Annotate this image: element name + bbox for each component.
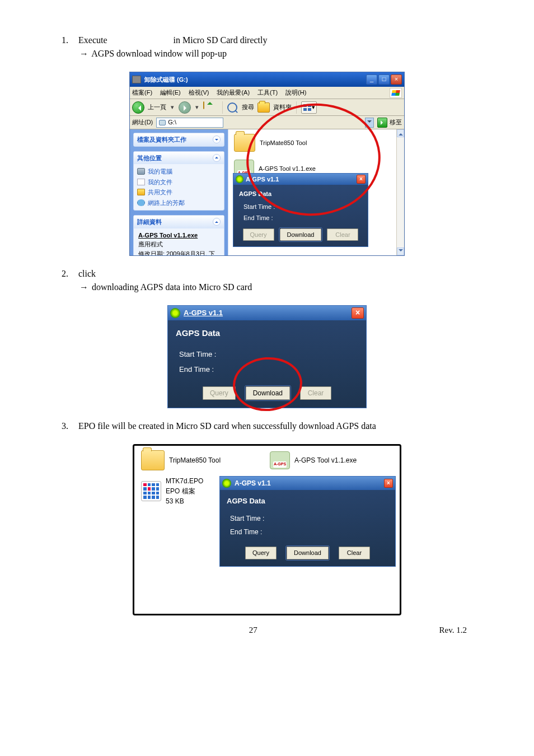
folder-icon: [141, 450, 165, 470]
minimize-button[interactable]: _: [366, 74, 377, 85]
step1-number: 1.: [62, 34, 72, 47]
figure-1: 卸除式磁碟 (G:) _ □ × 檔案(F) 編輯(E) 檢視(V) 我的最愛(…: [62, 72, 472, 256]
step3-number: 3.: [62, 419, 72, 433]
folders-icon[interactable]: [257, 102, 270, 113]
back-button-icon[interactable]: [132, 101, 144, 114]
address-input[interactable]: G:\: [156, 118, 223, 128]
go-arrow-icon: [377, 118, 387, 128]
sidebar-item-mydocs[interactable]: 我的文件: [137, 177, 221, 188]
close-button[interactable]: ×: [391, 74, 402, 85]
epo-filesize: 53 KB: [166, 496, 203, 506]
chevron-up-icon[interactable]: [213, 218, 221, 226]
file-item-exe[interactable]: A-GPS A-GPS Tool v1.1.exe: [270, 451, 393, 469]
toolbar: 上一頁 ▾ ▾ 搜尋 資料夾 ▾: [130, 99, 404, 116]
panel-details: 詳細資料 A-GPS Tool v1.1.exe 應用程式 修改日期: 2009…: [133, 215, 224, 255]
scrollbar[interactable]: [396, 129, 404, 255]
start-time-label: Start Time :: [227, 512, 388, 525]
scroll-down-icon[interactable]: [397, 248, 404, 255]
forward-dropdown-icon[interactable]: ▾: [194, 101, 200, 114]
menu-help[interactable]: 說明(H): [285, 88, 306, 97]
detail-modified: 修改日期: 2009年8月3日, 下午 01:23: [138, 249, 219, 256]
dialog-close-button[interactable]: ×: [352, 307, 364, 319]
network-icon: [137, 199, 145, 206]
sidebar-item-network[interactable]: 網路上的芳鄰: [137, 198, 221, 208]
sidebar: 檔案及資料夾工作 其他位置 我的電腦 我的文件 共用文件 網路上的芳鄰: [130, 129, 228, 255]
sidebar-item-shared[interactable]: 共用文件: [137, 187, 221, 198]
folder-icon: [137, 189, 145, 195]
menubar: 檔案(F) 編輯(E) 檢視(V) 我的最愛(A) 工具(T) 說明(H): [130, 87, 404, 99]
address-drive-icon: [159, 120, 166, 125]
file-item-folder[interactable]: TripMate850 Tool: [141, 450, 264, 470]
end-time-label: End Time :: [227, 525, 388, 539]
windows-flag-icon: [390, 88, 402, 98]
epo-filename: MTK7d.EPO: [166, 476, 203, 486]
search-icon[interactable]: [227, 102, 237, 113]
panel-other-places: 其他位置 我的電腦 我的文件 共用文件 網路上的芳鄰: [133, 151, 224, 211]
agps-dialog-title: A-GPS v1.1: [184, 307, 348, 319]
scroll-up-icon[interactable]: [397, 129, 404, 137]
panel-other-title: 其他位置: [137, 153, 162, 163]
back-dropdown-icon[interactable]: ▾: [170, 101, 175, 114]
query-button[interactable]: Query: [243, 228, 274, 241]
agps-dialog-title: A-GPS v1.1: [235, 478, 381, 488]
drive-icon: [132, 76, 141, 83]
panel-tasks: 檔案及資料夾工作: [133, 133, 224, 147]
search-button-label[interactable]: 搜尋: [242, 102, 254, 112]
download-button[interactable]: Download: [287, 547, 329, 559]
detail-filename: A-GPS Tool v1.1.exe: [138, 231, 219, 240]
figure-2: A-GPS v1.1 × AGPS Data Start Time : End …: [62, 305, 472, 408]
menu-view[interactable]: 檢視(V): [189, 88, 209, 97]
query-button[interactable]: Query: [245, 547, 277, 559]
window-title: 卸除式磁碟 (G:): [144, 75, 363, 85]
query-button[interactable]: Query: [203, 386, 236, 400]
back-button-label[interactable]: 上一頁: [148, 102, 166, 112]
go-label: 移至: [390, 118, 402, 127]
go-button[interactable]: 移至: [377, 118, 402, 128]
agps-data-label: AGPS Data: [176, 327, 358, 340]
file-item-epo[interactable]: MTK7d.EPO EPO 檔案 53 KB: [141, 476, 214, 506]
step2-text: click: [78, 267, 96, 281]
figure3-frame: TripMate850 Tool A-GPS A-GPS Tool v1.1.e…: [133, 444, 401, 615]
menu-fav[interactable]: 我的最愛(A): [217, 88, 250, 97]
document-icon: [137, 179, 145, 185]
sidebar-item-mycomputer[interactable]: 我的電腦: [137, 166, 221, 177]
step2-sub: downloading AGPS data into Micro SD card: [92, 282, 252, 292]
arrow-icon: →: [79, 47, 90, 60]
app-icon: [236, 175, 243, 183]
exe-name: A-GPS Tool v1.1.exe: [294, 455, 357, 465]
computer-icon: [137, 168, 145, 175]
menu-file[interactable]: 檔案(F): [132, 88, 152, 97]
menu-tools[interactable]: 工具(T): [257, 88, 278, 97]
step1-text-b: in Micro SD Card directly: [174, 35, 268, 45]
chevron-down-icon[interactable]: [213, 136, 221, 143]
panel-tasks-title: 檔案及資料夾工作: [137, 135, 186, 144]
address-label: 網址(D): [132, 118, 153, 127]
download-button[interactable]: Download: [280, 228, 322, 241]
clear-button[interactable]: Clear: [339, 547, 370, 559]
epo-filetype: EPO 檔案: [166, 486, 203, 496]
dialog-close-button[interactable]: ×: [384, 479, 393, 488]
step1-text-a: Execute: [78, 35, 107, 45]
forward-button-icon[interactable]: [179, 101, 191, 114]
menu-edit[interactable]: 編輯(E): [160, 88, 181, 97]
chevron-up-icon[interactable]: [213, 154, 221, 162]
window-titlebar: 卸除式磁碟 (G:) _ □ ×: [130, 72, 404, 87]
step-3: 3. EPO file will be created in Micro SD …: [62, 419, 472, 433]
maximize-button[interactable]: □: [378, 74, 390, 85]
detail-filetype: 應用程式: [138, 240, 219, 249]
agps-dialog: A-GPS v1.1 × AGPS Data Start Time : End …: [167, 305, 367, 408]
explorer-window: 卸除式磁碟 (G:) _ □ × 檔案(F) 編輯(E) 檢視(V) 我的最愛(…: [129, 72, 405, 256]
epo-file-icon: [141, 481, 161, 501]
page-footer: 27 Rev. 1.2: [0, 624, 534, 637]
clear-button[interactable]: Clear: [327, 228, 358, 241]
app-icon: [222, 479, 231, 488]
up-button[interactable]: [203, 101, 218, 114]
step2-number: 2.: [62, 267, 72, 281]
app-icon: [170, 308, 180, 318]
revision-label: Rev. 1.2: [439, 624, 467, 637]
page-number: 27: [249, 624, 257, 637]
address-value: G:\: [168, 118, 176, 127]
panel-details-title: 詳細資料: [137, 217, 162, 227]
clear-button[interactable]: Clear: [300, 386, 331, 400]
scroll-track[interactable]: [397, 137, 404, 248]
